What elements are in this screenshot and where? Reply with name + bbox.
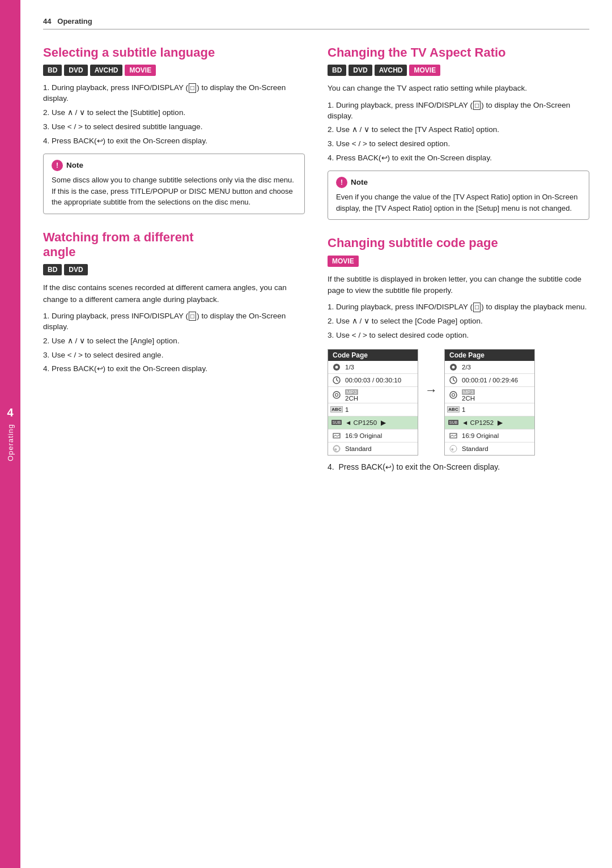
- cp-step4-num: 4.: [328, 462, 337, 471]
- cp-step-3: Use < / > to select desired code option.: [328, 330, 589, 341]
- cp2-img-val: 16:9 Original: [462, 432, 531, 439]
- audio-icon-2: [448, 390, 458, 400]
- cp2-row-audio: MP32CH: [445, 387, 534, 403]
- cp1-row-sound: ⚙ Standard: [328, 442, 418, 455]
- badges-aspect: BD DVD AVCHD MOVIE: [328, 65, 589, 76]
- step-4: Press BACK(↩) to exit the On-Screen disp…: [43, 136, 305, 147]
- cp2-disc-val: 2/3: [462, 364, 531, 371]
- cp2-row-abc: ABC 1: [445, 403, 534, 416]
- cp-step-2: Use ∧ / ∨ to select the [Code Page] opti…: [328, 316, 589, 327]
- step-1: During playback, press INFO/DISPLAY (□) …: [43, 83, 305, 104]
- note-label-aspect: ! Note: [336, 177, 581, 188]
- side-tab-number: 4: [7, 406, 13, 419]
- svg-line-9: [335, 435, 337, 436]
- steps-angle: During playback, press INFO/DISPLAY (□) …: [43, 311, 305, 375]
- cp1-disc-val: 1/3: [345, 364, 414, 371]
- disc-icon-1: [332, 362, 342, 372]
- cp2-abc-val: 1: [462, 406, 531, 413]
- badges-codepage: MOVIE: [328, 256, 589, 267]
- svg-point-19: [450, 392, 457, 398]
- angle-step-4: Press BACK(↩) to exit the On-Screen disp…: [43, 364, 305, 375]
- cp2-row-disc: 2/3: [445, 361, 534, 374]
- note-text-label: Note: [66, 160, 83, 171]
- cp2-row-sound: ⚙ Standard: [445, 442, 534, 455]
- section-title-aspect: Changing the TV Aspect Ratio: [328, 45, 589, 60]
- img-icon-1: [332, 431, 342, 441]
- side-tab: 4 Operating: [0, 0, 20, 868]
- cp1-time-val: 00:00:03 / 00:30:10: [345, 377, 414, 384]
- body-aspect: You can change the TV aspect ratio setti…: [328, 83, 589, 94]
- step-3: Use < / > to select desired subtitle lan…: [43, 122, 305, 133]
- svg-line-23: [452, 435, 454, 436]
- note-content-aspect: Even if you change the value of the [TV …: [336, 192, 581, 214]
- aspect-step-2: Use ∧ / ∨ to select the [TV Aspect Ratio…: [328, 125, 589, 135]
- img-icon-2: [448, 431, 458, 441]
- note-icon-aspect: !: [336, 177, 347, 188]
- cp2-time-val: 00:00:01 / 00:29:46: [462, 377, 531, 384]
- cp-step-1: During playback, press INFO/DISPLAY (□) …: [328, 302, 589, 313]
- two-column-layout: Selecting a subtitle language BD DVD AVC…: [43, 45, 589, 487]
- body-angle: If the disc contains scenes recorded at …: [43, 282, 305, 305]
- svg-point-1: [335, 365, 338, 368]
- sound-icon-1: ⚙: [332, 444, 342, 454]
- badge-dvd-aspect: DVD: [348, 65, 372, 76]
- badge-bd: BD: [43, 65, 62, 76]
- section-title-angle: Watching from a different angle: [43, 230, 305, 260]
- angle-step-2: Use ∧ / ∨ to select the [Angle] option.: [43, 336, 305, 347]
- time-icon-2: [448, 375, 458, 385]
- sub-icon-1: SUB: [332, 418, 342, 428]
- sound-icon-2: ⚙: [448, 444, 458, 454]
- angle-step-1: During playback, press INFO/DISPLAY (□) …: [43, 311, 305, 333]
- cp1-sub-val: ◄ CP1250 ▶: [345, 419, 414, 427]
- svg-point-15: [452, 365, 455, 368]
- badge-movie-cp: MOVIE: [328, 256, 359, 267]
- disc-icon-2: [448, 362, 458, 372]
- note-box-subtitle: ! Note Some discs allow you to change su…: [43, 154, 305, 214]
- cp2-row-img: 16:9 Original: [445, 429, 534, 442]
- svg-line-18: [453, 380, 455, 381]
- badge-dvd-angle: DVD: [64, 264, 87, 275]
- cp2-sub-val: ◄ CP1252 ▶: [462, 419, 531, 427]
- badges-subtitle: BD DVD AVCHD MOVIE: [43, 65, 305, 76]
- cp1-row-img: 16:9 Original: [328, 429, 418, 442]
- body-codepage: If the subtitle is displayed in broken l…: [328, 274, 589, 297]
- cp1-row-disc: 1/3: [328, 361, 418, 374]
- time-icon-1: [332, 375, 342, 385]
- aspect-step-3: Use < / > to select desired option.: [328, 139, 589, 150]
- page-header: 44 Operating: [43, 17, 589, 29]
- section-title-codepage: Changing subtitle code page: [328, 236, 589, 250]
- code-page-table-1: Code Page 1/3 00:: [328, 349, 418, 456]
- badge-bd-angle: BD: [43, 264, 62, 275]
- svg-line-24: [454, 435, 457, 436]
- abc-icon-1: ABC: [332, 405, 342, 415]
- title-line1: Watching from a different: [43, 230, 194, 244]
- note-label-subtitle: ! Note: [52, 160, 296, 171]
- cp2-audio-val: MP32CH: [462, 388, 531, 402]
- note-icon: !: [52, 160, 63, 171]
- note-box-aspect: ! Note Even if you change the value of t…: [328, 171, 589, 220]
- badge-movie-aspect: MOVIE: [409, 65, 440, 76]
- svg-point-5: [333, 392, 340, 398]
- badges-angle: BD DVD: [43, 264, 305, 275]
- right-column: Changing the TV Aspect Ratio BD DVD AVCH…: [328, 45, 589, 487]
- angle-step-3: Use < / > to select desired angle.: [43, 350, 305, 361]
- section-code-page: Changing subtitle code page MOVIE If the…: [328, 236, 589, 471]
- cp1-img-val: 16:9 Original: [345, 432, 414, 439]
- cp-step4-text: Press BACK(↩) to exit the On-Screen disp…: [338, 462, 500, 471]
- cp2-row-sub: SUB ◄ CP1252 ▶: [445, 416, 534, 429]
- steps-codepage: During playback, press INFO/DISPLAY (□) …: [328, 302, 589, 341]
- cp1-sound-val: Standard: [345, 445, 414, 452]
- badge-avchd-aspect: AVCHD: [375, 65, 407, 76]
- abc-icon-2: ABC: [448, 405, 458, 415]
- sub-icon-2: SUB: [448, 418, 458, 428]
- section-angle: Watching from a different angle BD DVD I…: [43, 230, 305, 375]
- title-line2: angle: [43, 245, 75, 259]
- svg-text:⚙: ⚙: [451, 448, 454, 451]
- steps-subtitle: During playback, press INFO/DISPLAY (□) …: [43, 83, 305, 146]
- badge-movie: MOVIE: [125, 65, 156, 76]
- cp2-row-time: 00:00:01 / 00:29:46: [445, 374, 534, 387]
- code-page-table-2: Code Page 2/3 00:: [444, 349, 535, 456]
- section-aspect-ratio: Changing the TV Aspect Ratio BD DVD AVCH…: [328, 45, 589, 220]
- cp1-header: Code Page: [328, 350, 418, 361]
- badge-avchd: AVCHD: [90, 65, 123, 76]
